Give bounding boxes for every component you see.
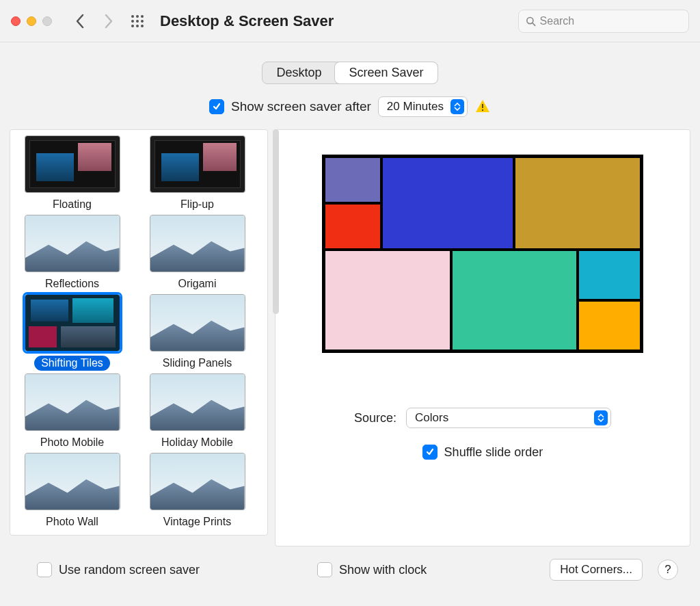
saver-thumb[interactable]	[150, 373, 245, 431]
saver-label: Shifting Tiles	[34, 356, 110, 371]
saver-thumb[interactable]	[25, 453, 120, 510]
svg-point-3	[131, 20, 134, 23]
tab-desktop[interactable]: Desktop	[262, 62, 335, 83]
show-after-row: Show screen saver after 20 Minutes	[10, 96, 690, 117]
saver-item[interactable]: Vintage Prints	[141, 453, 254, 529]
svg-point-6	[131, 25, 134, 27]
saver-list-container: FloatingFlip-upReflectionsOrigamiShiftin…	[10, 129, 268, 546]
show-after-value: 20 Minutes	[387, 100, 444, 114]
show-clock-checkbox[interactable]	[317, 562, 332, 577]
saver-label: Photo Mobile	[33, 435, 111, 450]
window-title: Desktop & Screen Saver	[160, 12, 334, 30]
search-icon	[526, 16, 536, 27]
window-controls	[11, 16, 52, 26]
source-popup[interactable]: Colors	[406, 408, 611, 428]
source-label: Source:	[354, 411, 396, 425]
saver-item[interactable]: Holiday Mobile	[141, 373, 254, 450]
svg-point-2	[141, 15, 144, 18]
svg-point-8	[141, 25, 144, 27]
scrollbar[interactable]	[273, 129, 279, 314]
search-field[interactable]	[518, 10, 689, 33]
preview-tile	[324, 250, 451, 351]
footer: Use random screen saver Show with clock …	[10, 546, 690, 581]
show-after-checkbox[interactable]	[209, 99, 224, 114]
shuffle-label: Shuffle slide order	[444, 445, 543, 460]
minimize-window-button[interactable]	[27, 16, 36, 26]
saver-label: Sliding Panels	[156, 356, 239, 371]
tab-screen-saver[interactable]: Screen Saver	[335, 62, 437, 83]
saver-label: Holiday Mobile	[154, 435, 240, 450]
preview-tile	[451, 250, 578, 351]
hot-corners-button[interactable]: Hot Corners...	[550, 559, 643, 581]
show-after-label: Show screen saver after	[231, 99, 371, 114]
saver-label: Reflections	[38, 276, 106, 291]
saver-thumb[interactable]	[150, 453, 245, 510]
saver-item[interactable]: Sliding Panels	[141, 294, 254, 371]
preview-tile	[578, 300, 641, 351]
zoom-window-button	[42, 16, 52, 26]
saver-label: Origami	[171, 276, 223, 291]
source-row: Source: Colors	[354, 408, 611, 428]
show-all-preferences-button[interactable]	[124, 9, 150, 34]
saver-label: Photo Wall	[39, 514, 105, 529]
close-window-button[interactable]	[11, 16, 21, 26]
tab-bar: Desktop Screen Saver	[262, 62, 438, 84]
shuffle-row: Shuffle slide order	[422, 445, 543, 460]
help-button[interactable]: ?	[658, 559, 678, 580]
saver-thumb[interactable]	[25, 215, 120, 272]
svg-point-0	[131, 15, 134, 18]
saver-thumb[interactable]	[150, 215, 245, 272]
saver-thumb[interactable]	[25, 294, 120, 352]
saver-label: Floating	[46, 197, 98, 212]
svg-line-10	[533, 23, 535, 25]
saver-item[interactable]: Photo Mobile	[16, 373, 129, 450]
saver-thumb[interactable]	[25, 373, 120, 431]
saver-label: Flip-up	[174, 197, 221, 212]
svg-point-5	[141, 20, 144, 23]
saver-thumb[interactable]	[150, 135, 245, 193]
saver-item[interactable]: Origami	[141, 215, 254, 291]
saver-item[interactable]: Floating	[16, 135, 129, 212]
updown-icon	[594, 410, 608, 425]
updown-icon	[450, 99, 464, 114]
preview-panel: Source: Colors Shuffle slide order	[275, 129, 690, 546]
search-input[interactable]	[540, 15, 682, 27]
shuffle-checkbox[interactable]	[422, 445, 438, 460]
preview-tile	[578, 250, 641, 300]
titlebar: Desktop & Screen Saver	[0, 0, 700, 42]
saver-item[interactable]: Shifting Tiles	[16, 294, 129, 371]
preview-tile	[324, 203, 381, 250]
saver-thumb[interactable]	[25, 135, 120, 193]
show-clock-label: Show with clock	[339, 563, 427, 577]
svg-rect-12	[482, 109, 483, 111]
forward-button	[96, 9, 122, 34]
random-saver-checkbox[interactable]	[37, 562, 52, 577]
show-after-popup[interactable]: 20 Minutes	[378, 96, 468, 117]
saver-item[interactable]: Reflections	[16, 215, 129, 291]
saver-label: Vintage Prints	[157, 514, 238, 529]
svg-point-7	[136, 25, 139, 27]
saver-list[interactable]: FloatingFlip-upReflectionsOrigamiShiftin…	[10, 129, 268, 536]
saver-thumb[interactable]	[150, 294, 245, 352]
preview-tile	[324, 157, 381, 203]
svg-rect-11	[482, 104, 483, 108]
svg-point-4	[136, 20, 139, 23]
svg-point-1	[136, 15, 139, 18]
random-saver-label: Use random screen saver	[59, 563, 200, 577]
preview-tile	[381, 157, 515, 250]
preview-tile	[514, 157, 641, 250]
saver-item[interactable]: Photo Wall	[16, 453, 129, 529]
preview-box	[322, 155, 643, 353]
source-value: Colors	[415, 411, 448, 425]
warning-icon	[474, 98, 491, 115]
saver-item[interactable]: Flip-up	[141, 135, 254, 212]
back-button[interactable]	[67, 9, 93, 34]
